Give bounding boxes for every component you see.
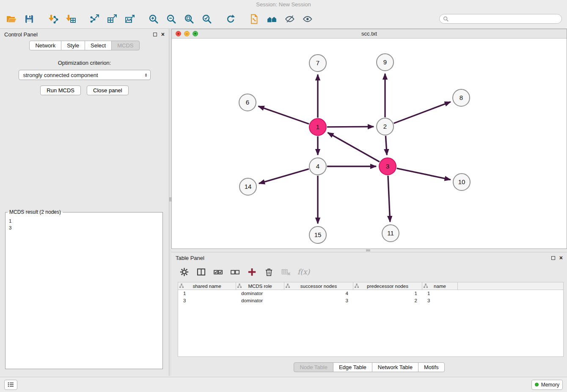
function-builder-button[interactable]: f(x) — [297, 268, 310, 276]
search-input[interactable] — [451, 16, 558, 22]
import-table-icon — [65, 14, 76, 25]
column-header-mcds-role[interactable]: MCDS role — [236, 282, 284, 290]
graph-node-10[interactable]: 10 — [453, 174, 470, 190]
tab-edge-table[interactable]: Edge Table — [333, 362, 372, 372]
split-columns-icon — [196, 267, 206, 277]
graph-node-3[interactable]: 3 — [379, 158, 396, 175]
graph-node-1[interactable]: 1 — [309, 119, 326, 135]
run-mcds-button[interactable]: Run MCDS — [40, 86, 81, 95]
hide-details-button[interactable] — [284, 13, 296, 25]
graph-edge-2-3[interactable] — [385, 136, 387, 155]
splitter-handle[interactable] — [366, 249, 370, 251]
close-panel-icon[interactable]: × — [161, 33, 165, 36]
minimize-window-button[interactable]: − — [184, 31, 190, 36]
unselect-all-columns-button[interactable] — [230, 267, 240, 277]
refresh-button[interactable] — [224, 13, 237, 25]
tab-node-table[interactable]: Node Table — [294, 362, 333, 372]
select-all-columns-button[interactable] — [213, 267, 223, 277]
memory-button[interactable]: Memory — [531, 380, 563, 390]
float-panel-icon[interactable] — [153, 33, 157, 36]
graph-node-4[interactable]: 4 — [309, 158, 326, 175]
table-row[interactable]: 3dominator323 — [178, 297, 563, 304]
zoom-out-button[interactable] — [165, 13, 178, 25]
network-home-button[interactable] — [266, 13, 278, 25]
window-title: Session: New Session — [0, 0, 567, 9]
add-row-button[interactable] — [247, 267, 257, 277]
svg-text:10: 10 — [458, 178, 465, 185]
graph-node-11[interactable]: 11 — [382, 225, 399, 242]
tab-network-table[interactable]: Network Table — [372, 362, 418, 372]
zoom-selected-button[interactable] — [201, 13, 213, 25]
zoom-fit-button[interactable] — [183, 13, 195, 25]
search-box[interactable] — [439, 14, 562, 24]
graph-node-8[interactable]: 8 — [453, 89, 470, 106]
split-columns-button[interactable] — [196, 267, 206, 277]
delete-row-button[interactable] — [264, 267, 274, 277]
tab-mcds[interactable]: MCDS — [111, 41, 139, 50]
tab-motifs[interactable]: Motifs — [418, 362, 445, 372]
gear-icon — [179, 267, 189, 277]
cell-successor-nodes[interactable]: 3 — [284, 297, 353, 304]
column-header-shared-name[interactable]: shared name — [178, 282, 236, 290]
maximize-window-button[interactable]: + — [193, 31, 198, 36]
svg-text:14: 14 — [245, 183, 252, 190]
main-toolbar — [0, 9, 567, 29]
cell-predecessor-nodes[interactable]: 1 — [353, 290, 422, 297]
export-image-button[interactable] — [124, 13, 136, 25]
select-all-icon — [213, 267, 223, 277]
close-panel-button[interactable]: Close panel — [87, 86, 129, 95]
import-table-button[interactable] — [64, 13, 77, 25]
export-network-button[interactable] — [88, 13, 101, 25]
float-panel-icon[interactable] — [551, 256, 555, 260]
graph-edge-4-14[interactable] — [259, 169, 309, 183]
node-table: shared nameMCDS rolesuccessor nodesprede… — [178, 282, 564, 357]
show-details-button[interactable] — [301, 13, 314, 25]
export-table-button[interactable] — [106, 13, 118, 25]
task-history-button[interactable] — [4, 380, 17, 390]
graph-node-9[interactable]: 9 — [377, 54, 394, 71]
svg-text:2: 2 — [383, 123, 387, 130]
cell-shared-name[interactable]: 1 — [178, 290, 236, 297]
optimization-select[interactable]: strongly connected component ▲▼ — [19, 70, 151, 80]
tab-network[interactable]: Network — [29, 41, 61, 50]
table-row[interactable]: 1dominator411 — [178, 290, 563, 297]
cell-name[interactable]: 3 — [422, 297, 458, 304]
import-network-button[interactable] — [47, 13, 59, 25]
graph-node-7[interactable]: 7 — [309, 55, 326, 72]
save-session-button[interactable] — [23, 13, 36, 25]
graph-edge-3-10[interactable] — [397, 168, 451, 180]
close-panel-icon[interactable]: × — [559, 256, 563, 260]
graph-edge-2-8[interactable] — [394, 102, 451, 124]
tab-select[interactable]: Select — [85, 41, 112, 50]
export-document-button[interactable] — [248, 13, 261, 25]
graph-node-6[interactable]: 6 — [239, 94, 256, 111]
horizontal-splitter[interactable] — [171, 249, 567, 252]
network-canvas[interactable]: 7968124314101511 — [172, 39, 567, 248]
cell-predecessor-nodes[interactable]: 2 — [353, 297, 422, 304]
graph-edge-3-11[interactable] — [388, 176, 390, 222]
cell-mcds-role[interactable]: dominator — [236, 297, 284, 304]
cell-successor-nodes[interactable]: 4 — [284, 290, 353, 297]
column-header-predecessor-nodes[interactable]: predecessor nodes — [353, 282, 422, 290]
open-folder-button[interactable] — [5, 13, 18, 25]
column-header-successor-nodes[interactable]: successor nodes — [284, 282, 353, 290]
cell-mcds-role[interactable]: dominator — [236, 290, 284, 297]
column-header-name[interactable]: name — [422, 282, 458, 290]
graph-edge-3-1[interactable] — [328, 133, 380, 162]
unselect-all-icon — [230, 267, 240, 277]
cell-name[interactable]: 1 — [422, 290, 458, 297]
graph-node-2[interactable]: 2 — [377, 118, 394, 135]
graph-edge-1-2[interactable] — [327, 127, 374, 127]
table-settings-button[interactable] — [179, 267, 189, 277]
delete-table-button[interactable] — [281, 267, 291, 277]
graph-node-15[interactable]: 15 — [309, 226, 326, 243]
cell-shared-name[interactable]: 3 — [178, 297, 236, 304]
mcds-result-list: 13 — [6, 217, 162, 232]
table-panel-title: Table Panel — [176, 255, 204, 261]
tab-style[interactable]: Style — [61, 41, 85, 50]
graph-edge-1-6[interactable] — [258, 106, 309, 124]
column-header-filler — [458, 282, 563, 290]
zoom-in-button[interactable] — [147, 13, 160, 25]
close-window-button[interactable]: × — [176, 31, 181, 36]
graph-node-14[interactable]: 14 — [239, 178, 256, 195]
